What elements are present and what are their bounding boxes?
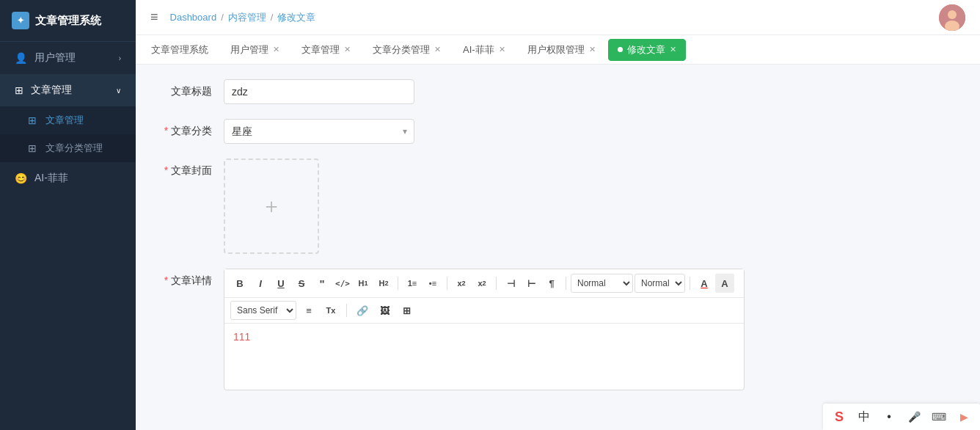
sidebar-logo: ✦ 文章管理系统 xyxy=(0,0,136,42)
normal-select-wrap-1: Normal Heading 1 Heading 2 xyxy=(571,274,633,293)
editor-container: B I U S " </> H1 H2 1≡ •≡ x2 x2 xyxy=(224,269,811,390)
breadcrumb-sep-2: / xyxy=(271,12,274,23)
toolbar-sep-1 xyxy=(398,277,398,290)
tab-article-category[interactable]: 文章分类管理 ✕ xyxy=(363,39,450,61)
chinese-input-icon[interactable]: 中 xyxy=(854,407,874,427)
blockquote-button[interactable]: " xyxy=(312,274,332,293)
align-center-button[interactable]: ≡ xyxy=(299,301,318,320)
subscript-button[interactable]: x2 xyxy=(452,274,471,293)
sidebar-label-user-mgmt: 用户管理 xyxy=(34,51,76,65)
ai-icon: 😊 xyxy=(15,172,27,184)
tab-close-user-mgmt[interactable]: ✕ xyxy=(273,45,279,54)
tab-dot-modify-article xyxy=(618,47,623,52)
h1-button[interactable]: H1 xyxy=(354,274,373,293)
toolbar-sep-5 xyxy=(690,277,690,290)
sidebar-item-article-list[interactable]: ⊞ 文章管理 xyxy=(0,106,136,134)
grid-icon-2: ⊞ xyxy=(26,142,38,154)
keyboard-icon[interactable]: ⌨ xyxy=(929,407,949,427)
tab-label-article-mgmt-sys: 文章管理系统 xyxy=(151,43,208,57)
bold-button[interactable]: B xyxy=(230,274,249,293)
tab-ai-fenfei[interactable]: AI-菲菲 ✕ xyxy=(453,39,515,61)
italic-button[interactable]: I xyxy=(251,274,270,293)
font-family-wrap: Sans Serif Serif Monospace xyxy=(230,301,296,320)
editor-toolbar-row1: B I U S " </> H1 H2 1≡ •≡ x2 x2 xyxy=(224,269,744,298)
main-area: ≡ Dashboard / 内容管理 / 修改文章 文章管理系统 用户管理 ✕ xyxy=(136,0,980,430)
editor-content: 111 xyxy=(233,331,250,343)
insert-image-button[interactable]: 🖼 xyxy=(375,301,394,320)
indent-button[interactable]: ¶ xyxy=(542,274,561,293)
form-control-title xyxy=(224,79,414,104)
sidebar-sub-article: ⊞ 文章管理 ⊞ 文章分类管理 xyxy=(0,106,136,162)
dot-icon[interactable]: • xyxy=(879,407,899,427)
sidebar-label-article-category: 文章分类管理 xyxy=(45,142,103,155)
tab-close-article-mgmt[interactable]: ✕ xyxy=(344,45,351,54)
editor-body[interactable]: 111 xyxy=(224,324,744,390)
sidebar-item-user-mgmt[interactable]: 👤 用户管理 › xyxy=(0,42,136,74)
tab-label-article-category: 文章分类管理 xyxy=(373,43,430,57)
sogou-icon[interactable]: S xyxy=(829,407,849,427)
play-icon[interactable]: ▶ xyxy=(954,407,974,427)
select-category[interactable]: 星座 科技 生活 娱乐 xyxy=(224,119,414,144)
tab-article-mgmt-sys[interactable]: 文章管理系统 xyxy=(142,39,218,61)
article-icon: ⊞ xyxy=(15,84,23,96)
unordered-list-button[interactable]: •≡ xyxy=(423,274,442,293)
grid-icon: ⊞ xyxy=(26,114,38,126)
paragraph-style-select[interactable]: Normal Heading 1 Heading 2 xyxy=(571,274,633,293)
user-icon: 👤 xyxy=(15,52,27,64)
code-button[interactable]: </> xyxy=(333,274,352,293)
underline-button[interactable]: U xyxy=(271,274,290,293)
sidebar-label-article-list: 文章管理 xyxy=(45,114,84,127)
sidebar-label-ai-fenfei: AI-菲菲 xyxy=(34,172,68,185)
content-area: 文章标题 文章分类 星座 科技 生活 娱乐 ▾ xyxy=(136,65,980,430)
align-right-button[interactable]: ⊢ xyxy=(522,274,541,293)
breadcrumb-dashboard[interactable]: Dashboard xyxy=(170,12,217,23)
insert-link-button[interactable]: 🔗 xyxy=(353,301,372,320)
tab-close-ai-fenfei[interactable]: ✕ xyxy=(499,45,505,54)
form-control-cover: ＋ xyxy=(224,158,414,254)
input-article-title[interactable] xyxy=(224,79,414,104)
chevron-down-icon: ∨ xyxy=(116,87,121,95)
breadcrumb-content-mgmt[interactable]: 内容管理 xyxy=(228,11,266,24)
tabs-bar: 文章管理系统 用户管理 ✕ 文章管理 ✕ 文章分类管理 ✕ AI-菲菲 ✕ 用户… xyxy=(136,35,980,65)
tab-user-mgmt[interactable]: 用户管理 ✕ xyxy=(221,39,289,61)
tab-label-article-mgmt: 文章管理 xyxy=(301,43,340,57)
font-size-select[interactable]: Normal Small Large xyxy=(635,274,685,293)
tab-modify-article[interactable]: 修改文章 ✕ xyxy=(608,39,686,61)
tab-close-article-category[interactable]: ✕ xyxy=(434,45,441,54)
insert-table-button[interactable]: ⊞ xyxy=(397,301,416,320)
strikethrough-button[interactable]: S xyxy=(292,274,311,293)
text-color-button[interactable]: A xyxy=(695,274,714,293)
upload-cover-box[interactable]: ＋ xyxy=(224,158,319,254)
tab-permission-mgmt[interactable]: 用户权限管理 ✕ xyxy=(518,39,605,61)
align-left-button[interactable]: ⊣ xyxy=(501,274,520,293)
ordered-list-button[interactable]: 1≡ xyxy=(403,274,422,293)
sidebar-item-ai-fenfei[interactable]: 😊 AI-菲菲 xyxy=(0,162,136,194)
toolbar-sep-4 xyxy=(566,277,566,290)
tab-close-modify-article[interactable]: ✕ xyxy=(670,45,676,54)
clear-format-button[interactable]: Tx xyxy=(321,301,340,320)
form-row-category: 文章分类 星座 科技 生活 娱乐 ▾ xyxy=(158,119,958,144)
sidebar-item-article-category[interactable]: ⊞ 文章分类管理 xyxy=(0,134,136,162)
font-family-select[interactable]: Sans Serif Serif Monospace xyxy=(230,301,296,320)
form-control-category: 星座 科技 生活 娱乐 ▾ xyxy=(224,119,414,144)
sidebar-item-article-mgmt[interactable]: ⊞ 文章管理 ∨ xyxy=(0,74,136,106)
sidebar: ✦ 文章管理系统 👤 用户管理 › ⊞ 文章管理 ∨ ⊞ 文章管理 ⊞ 文章分类… xyxy=(0,0,136,430)
topbar: ≡ Dashboard / 内容管理 / 修改文章 xyxy=(136,0,980,35)
normal-select-wrap-2: Normal Small Large xyxy=(635,274,685,293)
form-row-title: 文章标题 xyxy=(158,79,958,104)
form-row-detail: 文章详情 B I U S " </> H1 H2 1≡ • xyxy=(158,269,958,390)
breadcrumb-sep-1: / xyxy=(221,12,224,23)
sidebar-section: 👤 用户管理 › ⊞ 文章管理 ∨ ⊞ 文章管理 ⊞ 文章分类管理 😊 AI-菲… xyxy=(0,42,136,194)
superscript-button[interactable]: x2 xyxy=(472,274,491,293)
highlight-button[interactable]: A xyxy=(715,274,734,293)
menu-toggle-icon[interactable]: ≡ xyxy=(150,10,158,25)
user-avatar[interactable] xyxy=(939,4,965,31)
tab-article-mgmt[interactable]: 文章管理 ✕ xyxy=(292,39,360,61)
tab-label-user-mgmt: 用户管理 xyxy=(230,43,268,57)
rich-text-editor: B I U S " </> H1 H2 1≡ •≡ x2 x2 xyxy=(224,269,745,390)
mic-icon[interactable]: 🎤 xyxy=(904,407,924,427)
tab-close-permission-mgmt[interactable]: ✕ xyxy=(589,45,596,54)
h2-button[interactable]: H2 xyxy=(374,274,393,293)
label-cover: 文章封面 xyxy=(158,158,224,178)
plus-icon: ＋ xyxy=(261,192,282,220)
